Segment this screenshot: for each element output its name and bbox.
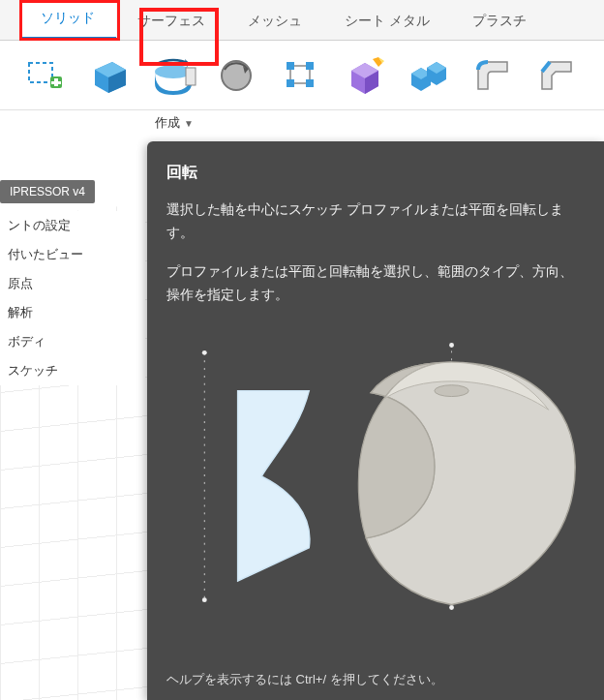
tooltip-panel: 回転 選択した軸を中心にスケッチ プロファイルまたは平面を回転します。 プロファ… <box>147 141 604 700</box>
svg-rect-14 <box>287 79 294 87</box>
tooltip-illustration <box>166 321 585 631</box>
document-tab[interactable]: IPRESSOR v4 <box>0 180 95 203</box>
tab-mesh[interactable]: メッシュ <box>226 3 323 40</box>
combine-icon <box>408 56 450 95</box>
svg-rect-3 <box>51 81 61 84</box>
ribbon-toolbar <box>0 41 604 110</box>
tree-item-document-settings[interactable]: ントの設定 <box>0 211 145 240</box>
revolve-icon <box>147 54 199 97</box>
rectangular-pattern-tool[interactable] <box>273 53 329 98</box>
tab-sheetmetal[interactable]: シート メタル <box>323 3 451 40</box>
tree-item-bodies[interactable]: ボディ <box>0 327 145 356</box>
tooltip-paragraph-2: プロファイルまたは平面と回転軸を選択し、範囲のタイプ、方向、操作を指定します。 <box>166 260 585 307</box>
svg-rect-13 <box>287 62 294 70</box>
pattern-icon <box>281 56 321 95</box>
tree-item-analysis[interactable]: 解析 <box>0 298 145 327</box>
svg-point-36 <box>449 343 454 348</box>
chevron-down-icon: ▼ <box>184 118 194 129</box>
extrude-icon <box>89 56 130 95</box>
svg-point-34 <box>202 598 207 603</box>
tab-plastic[interactable]: プラスチ <box>451 3 548 40</box>
chamfer-icon <box>536 56 577 95</box>
sweep-icon <box>217 56 257 95</box>
tree-item-origin[interactable]: 原点 <box>0 269 145 298</box>
box-primitive-tool[interactable] <box>337 53 393 98</box>
section-create-label: 作成 <box>155 114 180 132</box>
box-primitive-icon <box>344 55 386 96</box>
svg-point-38 <box>435 385 468 397</box>
ribbon-tabbar: ソリッド サーフェス メッシュ シート メタル プラスチ <box>0 0 604 41</box>
tooltip-help-hint: ヘルプを表示するには Ctrl+/ を押してください。 <box>166 669 443 690</box>
tooltip-paragraph-1: 選択した軸を中心にスケッチ プロファイルまたは平面を回転します。 <box>166 198 585 245</box>
tree-item-named-views[interactable]: 付いたビュー <box>0 240 145 269</box>
svg-rect-16 <box>306 79 314 87</box>
browser-panel: IPRESSOR v4 ントの設定 付いたビュー 原点 解析 ボディ スケッチ <box>0 180 145 385</box>
svg-rect-9 <box>186 68 196 85</box>
sketch-tool[interactable] <box>17 53 74 98</box>
sketch-icon <box>25 57 66 94</box>
fillet-icon <box>472 56 513 95</box>
revolve-tool[interactable] <box>145 53 201 98</box>
fillet-tool[interactable] <box>465 53 521 98</box>
tooltip-title: 回転 <box>166 159 585 185</box>
tab-solid[interactable]: ソリッド <box>19 0 116 40</box>
combine-tool[interactable] <box>401 53 457 98</box>
svg-marker-24 <box>373 57 382 67</box>
extrude-tool[interactable] <box>81 53 137 98</box>
tab-surface[interactable]: サーフェス <box>116 3 226 40</box>
sweep-tool[interactable] <box>209 53 265 98</box>
ribbon-section-label[interactable]: 作成 ▼ <box>155 110 604 139</box>
tree-item-sketches[interactable]: スケッチ <box>0 356 145 385</box>
svg-rect-0 <box>29 63 52 82</box>
svg-rect-15 <box>306 62 314 70</box>
svg-point-33 <box>202 350 207 355</box>
svg-point-37 <box>449 605 454 610</box>
chamfer-tool[interactable] <box>528 53 585 98</box>
